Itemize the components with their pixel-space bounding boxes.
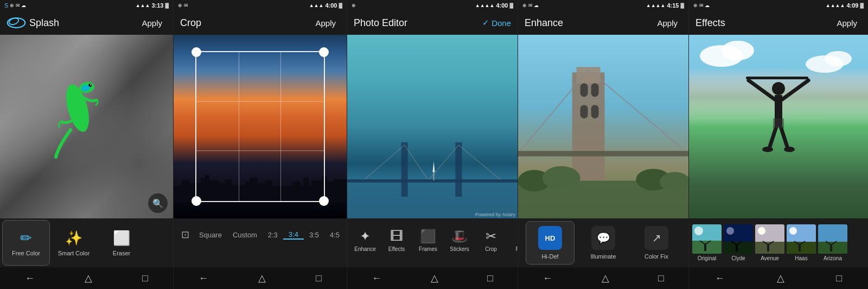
free-color-icon: ✏ xyxy=(20,230,32,247)
home-button-2[interactable]: △ xyxy=(258,272,266,284)
effect-avenue-label: Avenue xyxy=(761,255,779,261)
effect-clyde[interactable]: Clyde xyxy=(724,224,753,261)
crop-opt-4x6[interactable]: 4:6 xyxy=(345,231,347,239)
effect-clyde-thumb xyxy=(724,224,753,254)
crop-opt-4x5[interactable]: 4:5 xyxy=(324,231,345,239)
recent-button-5[interactable]: □ xyxy=(836,273,842,284)
status-right-3: ▲▲▲▲ 4:00 ▓ xyxy=(475,2,513,9)
panel-effects: ⊕ ✉ ☁ ▲▲▲▲ 4:09 ▓ Effects Apply xyxy=(689,0,868,289)
effect-arizona[interactable]: Arizona xyxy=(818,224,847,261)
colorfix-tool[interactable]: ↗ Color Fix xyxy=(632,221,681,265)
crop-overlay[interactable] xyxy=(195,51,325,202)
status-bar-1: S ⊕ ✉ ☁ ▲▲▲ 3:13 ▓ xyxy=(0,0,173,11)
crop-grid-v1 xyxy=(239,52,239,201)
time-3: 4:00 xyxy=(496,2,508,9)
panel-enhance: ⊕ ✉ ☁ ▲▲▲▲ 4:15 ▓ Enhance Apply xyxy=(518,0,689,289)
crop-handle-tr[interactable] xyxy=(319,47,329,57)
toolbar-title-3: Photo Editor xyxy=(354,17,407,29)
svg-point-87 xyxy=(789,227,797,235)
effect-avenue[interactable]: Avenue xyxy=(755,224,784,261)
eraser-tool[interactable]: ⬜ Eraser xyxy=(98,220,145,266)
hidef-tool[interactable]: HD Hi-Def xyxy=(526,221,575,265)
image-area-5 xyxy=(689,35,868,218)
notification-icons-3: ⊕ xyxy=(352,3,356,8)
enhance-tool-btn[interactable]: ✦ Enhance xyxy=(349,229,381,252)
stickers-tool-icon: 🎩 xyxy=(451,229,468,244)
svg-rect-38 xyxy=(572,72,605,180)
smart-color-tool[interactable]: ✨ Smart Color xyxy=(50,220,98,266)
signal-icon-5: ▲▲▲▲ xyxy=(826,3,845,8)
toolbar-3: Photo Editor ✓ Done xyxy=(347,11,518,35)
status-right-5: ▲▲▲▲ 4:09 ▓ xyxy=(826,2,864,9)
bottom-toolbar-1: ✏ Free Color ✨ Smart Color ⬜ Eraser xyxy=(0,218,173,267)
nav-bar-5: ← △ □ xyxy=(689,267,868,289)
crop-handle-tl[interactable] xyxy=(192,47,201,57)
crop-opt-custom[interactable]: Custom xyxy=(227,231,263,239)
splash-logo-icon xyxy=(7,15,26,30)
nav-bar-1: ← △ □ xyxy=(0,267,173,289)
crop-opt-3x4[interactable]: 3:4 xyxy=(283,230,304,240)
back-button-5[interactable]: ← xyxy=(715,273,725,284)
crop-handle-bl[interactable] xyxy=(192,196,201,206)
home-button-4[interactable]: △ xyxy=(602,272,609,284)
zoom-icon[interactable]: 🔍 xyxy=(148,193,168,213)
toolbar-2: Crop Apply xyxy=(174,11,347,35)
nav-bar-2: ← △ □ xyxy=(174,267,347,289)
effect-original[interactable]: Original xyxy=(692,224,722,261)
svg-rect-36 xyxy=(433,172,434,180)
signal-icon-1: ▲▲▲ xyxy=(136,3,150,8)
crop-opt-2x3[interactable]: 2:3 xyxy=(263,231,283,239)
status-left-3: ⊕ xyxy=(352,3,356,8)
effect-arizona-thumb xyxy=(818,224,847,254)
apply-button-1[interactable]: Apply xyxy=(137,16,167,30)
crop-opt-3x5[interactable]: 3:5 xyxy=(304,231,324,239)
effect-original-thumb xyxy=(692,224,722,254)
status-left-1: S ⊕ ✉ ☁ xyxy=(4,2,26,9)
apply-button-4[interactable]: Apply xyxy=(653,16,682,30)
effect-haas-label: Haas xyxy=(795,255,807,261)
battery-icon-4: ▓ xyxy=(680,3,684,8)
svg-point-5 xyxy=(90,84,91,85)
panel-crop: ⊕ ✉ ▲▲▲ 4:00 ▓ Crop Apply xyxy=(174,0,347,289)
toolbar-1: Splash Apply xyxy=(0,11,173,35)
svg-marker-35 xyxy=(432,161,435,172)
focus-tool-label: Foc... xyxy=(515,246,518,252)
bottom-toolbar-2: ⊡ Square Custom 2:3 3:4 3:5 4:5 4:6 xyxy=(174,218,347,267)
done-label: Done xyxy=(492,18,511,28)
back-button-2[interactable]: ← xyxy=(199,273,208,284)
illuminate-tool[interactable]: 💬 Illuminate xyxy=(579,221,628,265)
crop-tool-btn[interactable]: ✂ Crop xyxy=(475,229,507,252)
crop-handle-br[interactable] xyxy=(319,196,329,206)
crop-opt-square[interactable]: Square xyxy=(194,231,227,239)
svg-rect-8 xyxy=(182,180,190,202)
battery-icon-2: ▓ xyxy=(339,3,342,8)
frames-tool-btn[interactable]: ⬛ Frames xyxy=(412,229,444,252)
home-button-1[interactable]: △ xyxy=(85,272,92,284)
back-button-4[interactable]: ← xyxy=(542,273,552,284)
back-button-3[interactable]: ← xyxy=(372,273,381,284)
stickers-tool-btn[interactable]: 🎩 Stickers xyxy=(444,229,475,252)
done-button-3[interactable]: ✓ Done xyxy=(482,18,511,28)
status-bar-3: ⊕ ▲▲▲▲ 4:00 ▓ xyxy=(347,0,518,11)
recent-button-1[interactable]: □ xyxy=(142,273,148,284)
recent-button-3[interactable]: □ xyxy=(487,273,493,284)
effect-haas[interactable]: Haas xyxy=(787,224,816,261)
home-button-5[interactable]: △ xyxy=(777,272,784,284)
svg-point-56 xyxy=(825,51,852,66)
back-button-1[interactable]: ← xyxy=(25,273,35,284)
home-button-3[interactable]: △ xyxy=(431,272,438,284)
crop-options-row: ⊡ Square Custom 2:3 3:4 3:5 4:5 4:6 xyxy=(174,218,347,251)
crop-grid-h1 xyxy=(196,101,324,102)
focus-tool-btn[interactable]: ◎ Foc... xyxy=(507,229,518,252)
panel-splash: S ⊕ ✉ ☁ ▲▲▲ 3:13 ▓ Splash Apply xyxy=(0,0,174,289)
svg-rect-61 xyxy=(746,77,808,79)
recent-button-4[interactable]: □ xyxy=(658,273,664,284)
effects-tool-btn[interactable]: 🎞 Effects xyxy=(381,229,412,252)
svg-rect-42 xyxy=(580,105,588,118)
svg-rect-39 xyxy=(577,67,601,83)
recent-button-2[interactable]: □ xyxy=(316,273,322,284)
free-color-tool[interactable]: ✏ Free Color xyxy=(2,220,50,266)
apply-button-2[interactable]: Apply xyxy=(311,16,340,30)
apply-button-5[interactable]: Apply xyxy=(832,16,861,30)
svg-point-69 xyxy=(694,227,703,235)
